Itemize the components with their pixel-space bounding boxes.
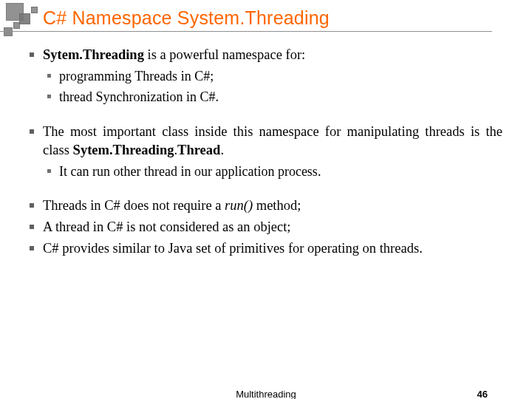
page-number: 46 <box>477 389 488 399</box>
sub-bullet-item: programming Threads in C#; <box>43 67 502 85</box>
bullet-text-bold: Sytem.Threading <box>43 47 144 62</box>
bullet-text-italic: run() <box>225 198 253 213</box>
sub-bullet-item: thread Synchronization in C#. <box>43 88 502 106</box>
bullet-text: . <box>220 143 224 157</box>
slide-body: Sytem.Threading is a powerful namespace … <box>0 35 532 258</box>
slide-title: C# Namespace System.Threading <box>43 7 330 29</box>
bullet-text-bold: Thread <box>177 143 220 157</box>
bullet-text: is a powerful namespace for: <box>144 47 305 62</box>
bullet-text: Threads in C# does not require a <box>43 198 225 213</box>
bullet-item: Sytem.Threading is a powerful namespace … <box>27 46 502 106</box>
decor-square <box>13 22 20 29</box>
bullet-text-bold: Sytem.Threading <box>73 143 174 157</box>
decor-square <box>31 7 38 13</box>
decor-square <box>4 27 13 36</box>
bullet-item: The most important class inside this nam… <box>27 123 502 180</box>
sub-bullet-item: It can run other thread in our applicati… <box>43 163 502 180</box>
footer-label: Multithreading <box>236 389 296 399</box>
bullet-item: A thread in C# is not considered as an o… <box>27 218 502 236</box>
slide-header: C# Namespace System.Threading <box>0 0 532 35</box>
title-underline <box>0 31 492 32</box>
bullet-text: method; <box>253 198 301 213</box>
bullet-item: Threads in C# does not require a run() m… <box>27 197 502 215</box>
bullet-item: C# provides similar to Java set of primi… <box>27 239 502 258</box>
decor-square <box>19 13 30 24</box>
